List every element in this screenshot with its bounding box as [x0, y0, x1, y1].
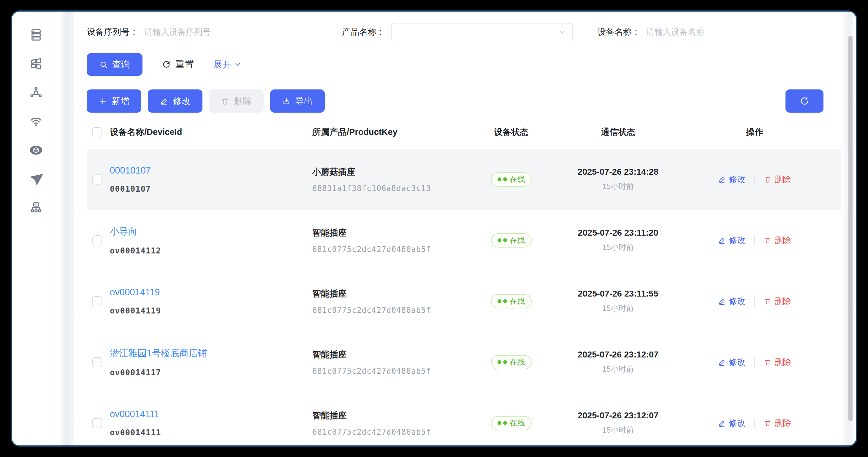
reset-icon [162, 60, 171, 69]
row-checkbox[interactable] [92, 296, 102, 306]
product-name: 小蘑菇插座 [312, 166, 467, 178]
device-name-link[interactable]: ov00014111 [110, 409, 312, 420]
chevron-down-icon [234, 61, 241, 68]
row-edit-button[interactable]: 修改 [718, 296, 745, 307]
comm-relative-time: 15小时前 [602, 425, 634, 435]
serial-label: 设备序列号： [87, 26, 138, 38]
edit-pencil-icon [718, 236, 726, 244]
delete-button[interactable]: 删除 [209, 89, 264, 113]
add-button[interactable]: 新增 [87, 89, 141, 113]
paper-plane-icon [29, 172, 43, 186]
sidebar [12, 11, 60, 446]
comm-cell: 2025-07-26 23:14:28 15小时前 [556, 167, 680, 192]
table-row: ov00014119 ov00014119 智能插座 681c0775c2dc4… [87, 271, 854, 332]
sidebar-item-products[interactable] [22, 136, 50, 165]
row-delete-button[interactable]: 删除 [764, 235, 791, 246]
device-id: ov00014117 [110, 368, 312, 377]
product-key: 68831a1f38fc106a8dac3c13 [312, 184, 467, 193]
trash-icon [764, 419, 772, 427]
sidebar-item-gateway[interactable] [22, 194, 50, 222]
row-checkbox[interactable] [92, 235, 102, 246]
row-delete-button[interactable]: 删除 [764, 174, 791, 185]
device-label: 设备名称： [597, 26, 640, 38]
edit-button[interactable]: 修改 [148, 89, 203, 113]
edit-pencil-icon [160, 97, 168, 106]
ops-divider [754, 418, 755, 428]
export-button[interactable]: 导出 [270, 89, 325, 113]
expand-link[interactable]: 展开 [213, 59, 241, 71]
sidebar-item-network[interactable] [22, 107, 50, 136]
app-window: 设备序列号： 产品名称： 设备名称： 查询 重置 [11, 10, 857, 447]
status-dot [503, 238, 507, 242]
device-name-input[interactable] [646, 27, 771, 37]
sidebar-item-dashboard[interactable] [22, 49, 50, 78]
vertical-scrollbar[interactable] [848, 36, 852, 421]
product-name: 智能插座 [312, 227, 467, 239]
device-table: 设备名称/DeviceId 所属产品/ProductKey 设备状态 通信状态 … [87, 123, 854, 447]
main-content: 设备序列号： 产品名称： 设备名称： 查询 重置 [73, 11, 854, 446]
comm-cell: 2025-07-26 23:11:55 15小时前 [556, 289, 680, 313]
ops-divider [754, 296, 755, 307]
status-dot [498, 299, 501, 303]
search-icon [99, 60, 108, 69]
product-cell: 智能插座 681c0775c2dc427d0480ab5f [312, 349, 467, 376]
refresh-icon [799, 96, 809, 106]
ops-divider [754, 235, 755, 246]
row-edit-button[interactable]: 修改 [718, 174, 745, 185]
serial-input[interactable] [144, 27, 269, 37]
header-comm-status: 通信状态 [556, 126, 680, 138]
row-checkbox[interactable] [92, 174, 102, 184]
status-cell: 在线 [467, 416, 556, 430]
dashboard-panes-icon [29, 57, 43, 71]
comm-timestamp: 2025-07-26 23:11:55 [578, 289, 658, 298]
select-all-checkbox[interactable] [92, 127, 102, 137]
sidebar-item-devices[interactable] [22, 21, 50, 49]
row-delete-button[interactable]: 删除 [764, 418, 791, 429]
chevron-down-icon [558, 28, 566, 36]
row-edit-button[interactable]: 修改 [718, 356, 745, 368]
row-delete-button[interactable]: 删除 [764, 356, 791, 368]
query-bar: 查询 重置 展开 [87, 53, 854, 76]
comm-relative-time: 15小时前 [602, 364, 634, 374]
ops-divider [754, 357, 755, 368]
comm-cell: 2025-07-26 23:12:07 15小时前 [556, 350, 680, 374]
product-name: 智能插座 [312, 410, 467, 422]
operations-cell: 修改 删除 [680, 296, 829, 307]
online-status-badge: 在线 [491, 355, 532, 369]
status-cell: 在线 [467, 294, 556, 308]
status-dot [503, 421, 507, 425]
trash-icon [764, 297, 772, 305]
operations-cell: 修改 删除 [680, 356, 829, 368]
operations-cell: 修改 删除 [680, 174, 829, 185]
comm-relative-time: 15小时前 [602, 303, 634, 313]
device-id: ov00014111 [110, 428, 312, 437]
product-name: 智能插座 [312, 349, 467, 361]
status-dot [498, 177, 501, 181]
row-edit-button[interactable]: 修改 [718, 418, 745, 429]
product-cell: 小蘑菇插座 68831a1f38fc106a8dac3c13 [312, 166, 467, 193]
search-button[interactable]: 查询 [87, 53, 143, 76]
sidebar-item-topology[interactable] [22, 78, 50, 107]
trash-icon [764, 359, 772, 366]
refresh-button[interactable] [785, 89, 824, 113]
row-checkbox[interactable] [92, 357, 102, 367]
device-name-link[interactable]: 潜江雅园1号楼底商店铺 [110, 347, 312, 360]
device-name-link[interactable]: ov00014119 [110, 287, 312, 298]
reset-button[interactable]: 重置 [162, 58, 194, 71]
filter-product: 产品名称： [342, 23, 597, 41]
sidebar-content-divider [60, 11, 73, 446]
row-edit-button[interactable]: 修改 [718, 235, 745, 246]
device-name-link[interactable]: 小导向 [110, 225, 312, 238]
product-cell: 智能插座 681c0775c2dc427d0480ab5f [312, 227, 467, 254]
table-row: ov00014111 ov00014111 智能插座 681c0775c2dc4… [87, 393, 854, 447]
filter-bar: 设备序列号： 产品名称： 设备名称： [87, 23, 854, 41]
device-name-link[interactable]: 00010107 [110, 165, 312, 176]
device-id: ov00014119 [110, 306, 312, 315]
row-checkbox[interactable] [92, 418, 102, 428]
product-key: 681c0775c2dc427d0480ab5f [312, 306, 467, 315]
sidebar-item-publish[interactable] [22, 165, 50, 194]
comm-cell: 2025-07-26 23:11:20 15小时前 [556, 228, 680, 253]
online-status-badge: 在线 [491, 172, 532, 187]
row-delete-button[interactable]: 删除 [764, 296, 791, 307]
product-select[interactable] [391, 23, 572, 41]
